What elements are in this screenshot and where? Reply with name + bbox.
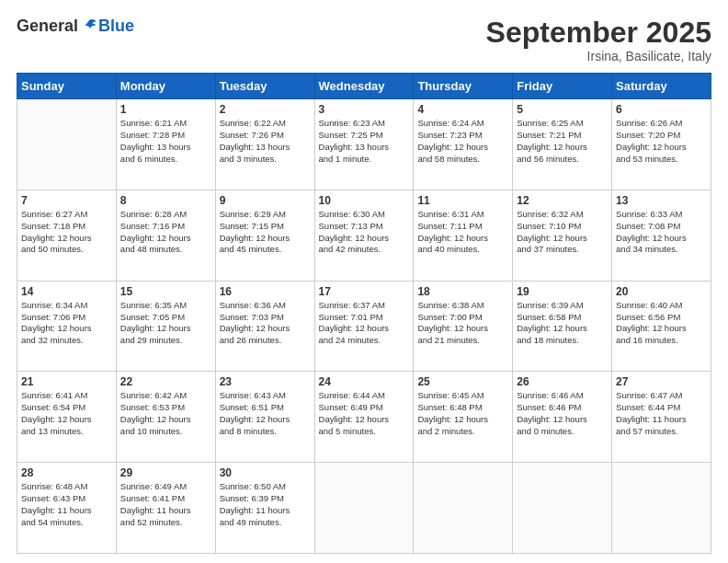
cell-content: Sunrise: 6:50 AMSunset: 6:39 PMDaylight:… — [220, 481, 311, 528]
cell-content: Sunrise: 6:49 AMSunset: 6:41 PMDaylight:… — [120, 481, 211, 528]
calendar-cell: 4Sunrise: 6:24 AMSunset: 7:23 PMDaylight… — [414, 99, 513, 190]
day-number: 29 — [120, 466, 211, 479]
day-number: 9 — [220, 194, 311, 207]
day-number: 7 — [21, 194, 112, 207]
cell-content: Sunrise: 6:27 AMSunset: 7:18 PMDaylight:… — [21, 209, 112, 256]
day-number: 10 — [319, 194, 410, 207]
cell-content: Sunrise: 6:25 AMSunset: 7:21 PMDaylight:… — [517, 118, 608, 165]
calendar-week-5: 28Sunrise: 6:48 AMSunset: 6:43 PMDayligh… — [17, 463, 711, 554]
calendar-cell — [314, 463, 414, 554]
calendar-cell: 23Sunrise: 6:43 AMSunset: 6:51 PMDayligh… — [215, 372, 314, 463]
logo-text: General Blue — [17, 17, 134, 36]
day-number: 1 — [120, 103, 211, 116]
calendar-cell: 10Sunrise: 6:30 AMSunset: 7:13 PMDayligh… — [314, 190, 414, 281]
page: General Blue September 2025 Irsina, Basi… — [0, 0, 728, 563]
calendar-cell — [513, 463, 612, 554]
day-number: 13 — [616, 194, 707, 207]
calendar-cell: 16Sunrise: 6:36 AMSunset: 7:03 PMDayligh… — [215, 281, 314, 372]
day-number: 16 — [220, 285, 311, 298]
day-number: 18 — [417, 285, 508, 298]
header: General Blue September 2025 Irsina, Basi… — [17, 17, 711, 63]
day-number: 17 — [319, 285, 410, 298]
cell-content: Sunrise: 6:47 AMSunset: 6:44 PMDaylight:… — [616, 390, 707, 437]
logo-general-text: General — [17, 17, 78, 36]
calendar-cell: 7Sunrise: 6:27 AMSunset: 7:18 PMDaylight… — [17, 190, 117, 281]
calendar-cell: 30Sunrise: 6:50 AMSunset: 6:39 PMDayligh… — [215, 463, 314, 554]
cell-content: Sunrise: 6:24 AMSunset: 7:23 PMDaylight:… — [417, 118, 508, 165]
calendar-cell: 29Sunrise: 6:49 AMSunset: 6:41 PMDayligh… — [116, 463, 215, 554]
day-header-thursday: Thursday — [414, 74, 513, 99]
cell-content: Sunrise: 6:29 AMSunset: 7:15 PMDaylight:… — [220, 209, 311, 256]
calendar-header-row: SundayMondayTuesdayWednesdayThursdayFrid… — [17, 74, 711, 99]
day-number: 24 — [319, 375, 410, 388]
day-number: 30 — [220, 466, 311, 479]
day-header-saturday: Saturday — [612, 74, 711, 99]
calendar-week-3: 14Sunrise: 6:34 AMSunset: 7:06 PMDayligh… — [17, 281, 711, 372]
calendar-cell: 25Sunrise: 6:45 AMSunset: 6:48 PMDayligh… — [414, 372, 513, 463]
day-number: 26 — [517, 375, 608, 388]
day-header-friday: Friday — [513, 74, 612, 99]
day-header-wednesday: Wednesday — [314, 74, 414, 99]
title-section: September 2025 Irsina, Basilicate, Italy — [486, 17, 711, 63]
day-header-monday: Monday — [116, 74, 215, 99]
cell-content: Sunrise: 6:40 AMSunset: 6:56 PMDaylight:… — [616, 300, 707, 347]
cell-content: Sunrise: 6:33 AMSunset: 7:08 PMDaylight:… — [616, 209, 707, 256]
cell-content: Sunrise: 6:26 AMSunset: 7:20 PMDaylight:… — [616, 118, 707, 165]
day-number: 2 — [220, 103, 311, 116]
cell-content: Sunrise: 6:42 AMSunset: 6:53 PMDaylight:… — [120, 390, 211, 437]
cell-content: Sunrise: 6:44 AMSunset: 6:49 PMDaylight:… — [319, 390, 410, 437]
calendar-cell: 8Sunrise: 6:28 AMSunset: 7:16 PMDaylight… — [116, 190, 215, 281]
calendar-week-1: 1Sunrise: 6:21 AMSunset: 7:28 PMDaylight… — [17, 99, 711, 190]
calendar-cell: 3Sunrise: 6:23 AMSunset: 7:25 PMDaylight… — [314, 99, 414, 190]
calendar-cell: 13Sunrise: 6:33 AMSunset: 7:08 PMDayligh… — [612, 190, 711, 281]
day-number: 19 — [517, 285, 608, 298]
calendar-cell: 24Sunrise: 6:44 AMSunset: 6:49 PMDayligh… — [314, 372, 414, 463]
day-number: 4 — [417, 103, 508, 116]
cell-content: Sunrise: 6:36 AMSunset: 7:03 PMDaylight:… — [220, 300, 311, 347]
day-number: 21 — [21, 375, 112, 388]
calendar-table: SundayMondayTuesdayWednesdayThursdayFrid… — [17, 73, 711, 554]
cell-content: Sunrise: 6:28 AMSunset: 7:16 PMDaylight:… — [120, 209, 211, 256]
cell-content: Sunrise: 6:43 AMSunset: 6:51 PMDaylight:… — [220, 390, 311, 437]
calendar-cell: 26Sunrise: 6:46 AMSunset: 6:46 PMDayligh… — [513, 372, 612, 463]
location-subtitle: Irsina, Basilicate, Italy — [486, 49, 711, 63]
calendar-cell: 9Sunrise: 6:29 AMSunset: 7:15 PMDaylight… — [215, 190, 314, 281]
day-header-sunday: Sunday — [17, 74, 117, 99]
calendar-cell: 5Sunrise: 6:25 AMSunset: 7:21 PMDaylight… — [513, 99, 612, 190]
cell-content: Sunrise: 6:21 AMSunset: 7:28 PMDaylight:… — [120, 118, 211, 165]
calendar-cell: 18Sunrise: 6:38 AMSunset: 7:00 PMDayligh… — [414, 281, 513, 372]
cell-content: Sunrise: 6:46 AMSunset: 6:46 PMDaylight:… — [517, 390, 608, 437]
logo-bird-icon — [80, 17, 98, 36]
calendar-cell: 17Sunrise: 6:37 AMSunset: 7:01 PMDayligh… — [314, 281, 414, 372]
day-number: 12 — [517, 194, 608, 207]
cell-content: Sunrise: 6:22 AMSunset: 7:26 PMDaylight:… — [220, 118, 311, 165]
day-number: 20 — [616, 285, 707, 298]
calendar-week-4: 21Sunrise: 6:41 AMSunset: 6:54 PMDayligh… — [17, 372, 711, 463]
cell-content: Sunrise: 6:45 AMSunset: 6:48 PMDaylight:… — [417, 390, 508, 437]
logo: General Blue — [17, 17, 134, 36]
day-number: 22 — [120, 375, 211, 388]
day-number: 6 — [616, 103, 707, 116]
cell-content: Sunrise: 6:35 AMSunset: 7:05 PMDaylight:… — [120, 300, 211, 347]
cell-content: Sunrise: 6:41 AMSunset: 6:54 PMDaylight:… — [21, 390, 112, 437]
cell-content: Sunrise: 6:39 AMSunset: 6:58 PMDaylight:… — [517, 300, 608, 347]
day-number: 15 — [120, 285, 211, 298]
calendar-cell: 15Sunrise: 6:35 AMSunset: 7:05 PMDayligh… — [116, 281, 215, 372]
calendar-week-2: 7Sunrise: 6:27 AMSunset: 7:18 PMDaylight… — [17, 190, 711, 281]
calendar-cell: 6Sunrise: 6:26 AMSunset: 7:20 PMDaylight… — [612, 99, 711, 190]
month-title: September 2025 — [486, 17, 711, 49]
calendar-cell: 19Sunrise: 6:39 AMSunset: 6:58 PMDayligh… — [513, 281, 612, 372]
calendar-cell: 14Sunrise: 6:34 AMSunset: 7:06 PMDayligh… — [17, 281, 117, 372]
calendar-cell: 2Sunrise: 6:22 AMSunset: 7:26 PMDaylight… — [215, 99, 314, 190]
calendar-cell: 28Sunrise: 6:48 AMSunset: 6:43 PMDayligh… — [17, 463, 117, 554]
day-number: 27 — [616, 375, 707, 388]
cell-content: Sunrise: 6:38 AMSunset: 7:00 PMDaylight:… — [417, 300, 508, 347]
day-number: 25 — [417, 375, 508, 388]
cell-content: Sunrise: 6:32 AMSunset: 7:10 PMDaylight:… — [517, 209, 608, 256]
day-number: 8 — [120, 194, 211, 207]
cell-content: Sunrise: 6:37 AMSunset: 7:01 PMDaylight:… — [319, 300, 410, 347]
calendar-cell — [612, 463, 711, 554]
calendar-cell — [414, 463, 513, 554]
cell-content: Sunrise: 6:31 AMSunset: 7:11 PMDaylight:… — [417, 209, 508, 256]
calendar-cell: 27Sunrise: 6:47 AMSunset: 6:44 PMDayligh… — [612, 372, 711, 463]
